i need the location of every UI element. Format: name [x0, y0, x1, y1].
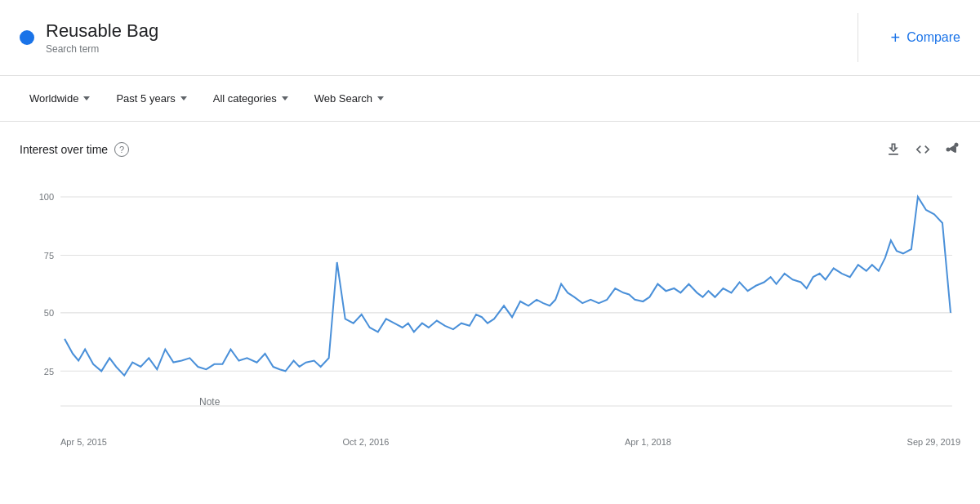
- categories-label: All categories: [213, 92, 277, 105]
- svg-text:50: 50: [44, 308, 54, 318]
- compare-label: Compare: [906, 30, 960, 45]
- svg-text:25: 25: [44, 366, 54, 376]
- x-axis-labels: Apr 5, 2015 Oct 2, 2016 Apr 1, 2018 Sep …: [20, 432, 960, 447]
- term-color-dot: [20, 30, 34, 45]
- x-label-4: Sep 29, 2019: [907, 437, 960, 447]
- chart-container: 100 75 50 25 Note: [20, 171, 960, 432]
- region-filter[interactable]: Worldwide: [20, 87, 100, 109]
- filters-bar: Worldwide Past 5 years All categories We…: [0, 76, 980, 122]
- embed-icon[interactable]: [915, 141, 931, 158]
- x-label-1: Apr 5, 2015: [60, 437, 107, 447]
- chart-title: Interest over time: [20, 143, 108, 156]
- interest-over-time-chart: 100 75 50 25: [20, 171, 960, 432]
- chart-section: Interest over time ?: [0, 122, 980, 447]
- chart-header: Interest over time ?: [20, 141, 960, 158]
- categories-filter[interactable]: All categories: [203, 87, 298, 109]
- term-title: Reusable Bag: [46, 20, 158, 42]
- time-range-filter[interactable]: Past 5 years: [106, 87, 196, 109]
- help-icon[interactable]: ?: [114, 142, 129, 157]
- region-label: Worldwide: [29, 92, 78, 105]
- header: Reusable Bag Search term + Compare: [0, 0, 980, 76]
- svg-text:100: 100: [39, 192, 54, 202]
- search-type-filter[interactable]: Web Search: [305, 87, 394, 109]
- header-divider: [858, 13, 858, 62]
- search-type-label: Web Search: [314, 92, 372, 105]
- term-section: Reusable Bag Search term: [20, 20, 825, 55]
- share-icon[interactable]: [944, 141, 960, 158]
- region-chevron-icon: [83, 96, 90, 100]
- term-subtitle: Search term: [46, 43, 158, 55]
- chart-title-row: Interest over time ?: [20, 142, 129, 157]
- chart-actions: [885, 141, 960, 158]
- x-label-2: Oct 2, 2016: [343, 437, 390, 447]
- time-range-label: Past 5 years: [116, 92, 175, 105]
- time-range-chevron-icon: [180, 96, 187, 100]
- term-info: Reusable Bag Search term: [46, 20, 158, 55]
- svg-text:75: 75: [44, 250, 54, 260]
- chart-note: Note: [199, 396, 220, 408]
- download-icon[interactable]: [885, 141, 902, 158]
- help-icon-label: ?: [119, 145, 124, 154]
- x-label-3: Apr 1, 2018: [625, 437, 671, 447]
- search-type-chevron-icon: [377, 96, 384, 100]
- categories-chevron-icon: [282, 96, 288, 100]
- compare-section[interactable]: + Compare: [891, 29, 961, 47]
- compare-plus-icon: +: [891, 29, 901, 47]
